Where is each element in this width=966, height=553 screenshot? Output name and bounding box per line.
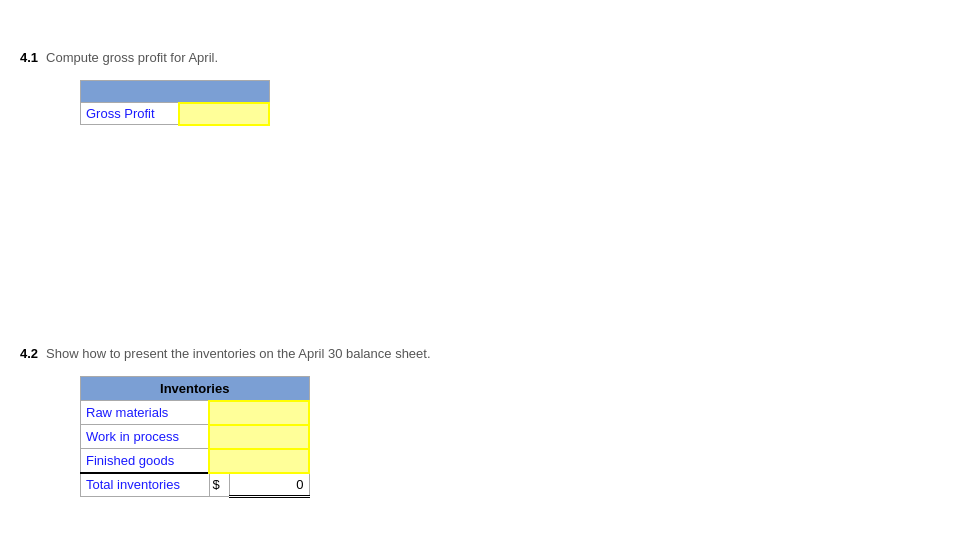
section-4-2-header: 4.2 Show how to present the inventories … bbox=[20, 346, 946, 361]
finished-goods-label: Finished goods bbox=[81, 449, 210, 473]
raw-materials-row: Raw materials bbox=[81, 401, 310, 425]
inventories-header-row: Inventories bbox=[81, 376, 310, 401]
raw-materials-input[interactable] bbox=[209, 401, 309, 425]
section-4-1-header: 4.1 Compute gross profit for April. bbox=[20, 50, 946, 65]
work-in-process-label: Work in process bbox=[81, 425, 210, 449]
section-4-2-instruction: Show how to present the inventories on t… bbox=[46, 346, 430, 361]
total-inventories-value: 0 bbox=[229, 473, 309, 497]
gross-profit-label: Gross Profit bbox=[81, 103, 180, 125]
inventories-table: Inventories Raw materials Work in proces… bbox=[80, 376, 310, 499]
work-in-process-input[interactable] bbox=[209, 425, 309, 449]
finished-goods-input[interactable] bbox=[209, 449, 309, 473]
work-in-process-row: Work in process bbox=[81, 425, 310, 449]
finished-goods-row: Finished goods bbox=[81, 449, 310, 473]
section-4-1-number: 4.1 bbox=[20, 50, 38, 65]
raw-materials-label: Raw materials bbox=[81, 401, 210, 425]
gross-profit-header-row bbox=[81, 81, 270, 103]
section-4-2-number: 4.2 bbox=[20, 346, 38, 361]
section-4-2: 4.2 Show how to present the inventories … bbox=[20, 346, 946, 499]
total-inventories-label: Total inventories bbox=[81, 473, 210, 497]
inventories-header-cell: Inventories bbox=[81, 376, 310, 401]
gross-profit-table: Gross Profit bbox=[80, 80, 270, 126]
section-4-1-instruction: Compute gross profit for April. bbox=[46, 50, 218, 65]
gross-profit-data-row: Gross Profit bbox=[81, 103, 270, 125]
section-4-1: 4.1 Compute gross profit for April. Gros… bbox=[20, 50, 946, 126]
gross-profit-input[interactable] bbox=[179, 103, 269, 125]
gross-profit-header-cell bbox=[81, 81, 270, 103]
total-inventories-row: Total inventories $ 0 bbox=[81, 473, 310, 497]
total-dollar-sign: $ bbox=[209, 473, 229, 497]
